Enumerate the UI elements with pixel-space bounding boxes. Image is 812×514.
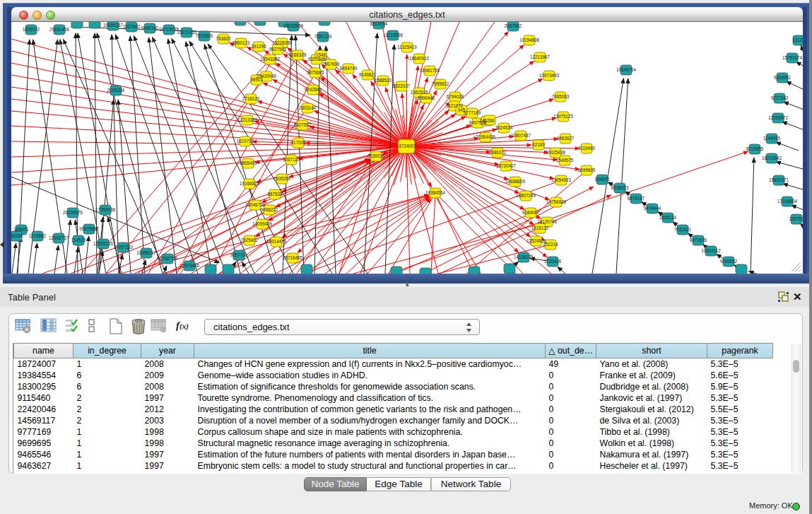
svg-text:7955812: 7955812 (432, 81, 449, 86)
svg-text:763822: 763822 (216, 36, 231, 41)
svg-text:16782759: 16782759 (158, 256, 178, 261)
svg-text:7857224: 7857224 (314, 34, 332, 39)
svg-text:1405572: 1405572 (23, 27, 40, 32)
svg-text:8186328: 8186328 (289, 52, 307, 57)
svg-text:9327508: 9327508 (308, 57, 326, 62)
svg-text:8322037: 8322037 (393, 83, 411, 88)
svg-text:1527602: 1527602 (123, 24, 141, 29)
svg-text:12213389: 12213389 (237, 117, 258, 122)
svg-text:10958117: 10958117 (136, 250, 156, 255)
svg-text:185001: 185001 (13, 227, 29, 232)
svg-text:6879197: 6879197 (628, 196, 645, 201)
svg-text:8938923: 8938923 (611, 185, 629, 190)
svg-text:18724007: 18724007 (396, 144, 417, 148)
svg-text:13975125: 13975125 (553, 114, 574, 119)
svg-text:17359938: 17359938 (95, 207, 116, 212)
svg-text:10654112: 10654112 (701, 248, 721, 253)
svg-text:9227342: 9227342 (771, 95, 789, 100)
svg-text:10046708: 10046708 (245, 202, 266, 207)
svg-text:7485063: 7485063 (552, 94, 570, 99)
svg-text:17016504: 17016504 (777, 199, 798, 204)
svg-text:391295: 391295 (251, 44, 266, 49)
svg-text:19166825: 19166825 (240, 181, 260, 186)
svg-text:16543382: 16543382 (260, 57, 281, 62)
svg-text:12505135: 12505135 (93, 241, 114, 246)
svg-text:18807249: 18807249 (516, 193, 536, 198)
svg-text:8454749: 8454749 (340, 66, 358, 71)
svg-text:9146821: 9146821 (359, 72, 377, 77)
svg-text:7625402: 7625402 (241, 238, 259, 243)
svg-text:10655267: 10655267 (103, 23, 124, 28)
svg-text:14136141: 14136141 (514, 255, 534, 259)
svg-text:252214: 252214 (543, 242, 558, 247)
svg-text:1588520: 1588520 (375, 78, 392, 83)
svg-text:10648764: 10648764 (616, 67, 637, 72)
svg-text:16033809: 16033809 (283, 23, 304, 28)
svg-text:116753: 116753 (789, 216, 803, 221)
svg-text:1733426: 1733426 (544, 259, 562, 264)
svg-text:10671355: 10671355 (177, 30, 197, 35)
svg-text:6794028: 6794028 (447, 94, 464, 99)
svg-text:3624534: 3624534 (495, 125, 513, 130)
svg-text:16914479: 16914479 (266, 239, 287, 244)
svg-text:15720407: 15720407 (496, 163, 517, 168)
svg-text:1546: 1546 (316, 52, 326, 57)
svg-text:1362615: 1362615 (411, 90, 428, 95)
svg-text:12213967: 12213967 (530, 54, 551, 59)
svg-text:1615132: 1615132 (531, 226, 549, 230)
svg-text:16210643: 16210643 (762, 156, 782, 160)
svg-text:11325419: 11325419 (397, 45, 417, 49)
svg-text:9498222: 9498222 (261, 207, 278, 212)
svg-text:9474444: 9474444 (644, 206, 661, 211)
svg-text:164095: 164095 (594, 177, 610, 182)
svg-text:8990448: 8990448 (418, 95, 435, 100)
svg-text:7632621: 7632621 (674, 227, 692, 232)
svg-text:19756928: 19756928 (546, 199, 567, 204)
svg-text:10154808: 10154808 (519, 37, 540, 42)
svg-text:2986372: 2986372 (489, 150, 507, 155)
svg-text:16120746: 16120746 (537, 219, 558, 224)
svg-text:2087682: 2087682 (505, 23, 522, 28)
svg-text:8215955: 8215955 (746, 146, 764, 151)
svg-text:9245052: 9245052 (720, 259, 738, 264)
svg-text:8813054: 8813054 (370, 22, 388, 26)
svg-text:1244415: 1244415 (763, 136, 781, 141)
svg-text:12923446: 12923446 (180, 263, 200, 268)
svg-text:417008: 417008 (290, 140, 306, 145)
svg-text:9827503: 9827503 (269, 47, 287, 52)
svg-text:13654923: 13654923 (551, 177, 572, 182)
svg-text:15226058: 15226058 (272, 40, 293, 45)
svg-text:9657791: 9657791 (230, 252, 248, 257)
svg-text:10973493: 10973493 (539, 73, 560, 78)
svg-text:6699695: 6699695 (578, 168, 596, 173)
svg-text:19384554: 19384554 (425, 190, 446, 195)
svg-text:9777169: 9777169 (464, 110, 481, 115)
svg-text:2718120: 2718120 (242, 96, 260, 101)
svg-text:10688609: 10688609 (505, 179, 526, 184)
svg-text:10807487: 10807487 (511, 133, 531, 138)
svg-text:1215682: 1215682 (29, 233, 47, 238)
svg-text:9463627: 9463627 (557, 136, 575, 141)
svg-text:3267110: 3267110 (283, 157, 300, 162)
svg-text:20691406: 20691406 (49, 27, 70, 32)
svg-text:90975887: 90975887 (79, 226, 100, 231)
svg-text:15692971: 15692971 (769, 177, 789, 182)
svg-text:15751074: 15751074 (782, 55, 803, 60)
svg-text:16961758: 16961758 (420, 68, 440, 73)
svg-text:7515526: 7515526 (196, 33, 213, 38)
svg-text:39154: 39154 (11, 233, 23, 238)
svg-text:20364436: 20364436 (476, 134, 496, 139)
svg-text:98901: 98901 (250, 77, 263, 82)
svg-text:2530023: 2530023 (367, 153, 385, 158)
svg-text:2867608: 2867608 (322, 62, 340, 66)
svg-text:9329961: 9329961 (774, 75, 792, 80)
svg-text:746266: 746266 (479, 118, 495, 123)
svg-text:18640910: 18640910 (409, 56, 430, 61)
svg-text:8860123: 8860123 (233, 40, 250, 45)
svg-text:1549575: 1549575 (556, 158, 574, 163)
svg-text:9115460: 9115460 (578, 146, 596, 151)
svg-text:15716485: 15716485 (283, 255, 303, 260)
svg-text:20206576: 20206576 (63, 210, 83, 215)
svg-text:12093872: 12093872 (768, 115, 789, 120)
svg-text:17957253: 17957253 (113, 245, 134, 250)
